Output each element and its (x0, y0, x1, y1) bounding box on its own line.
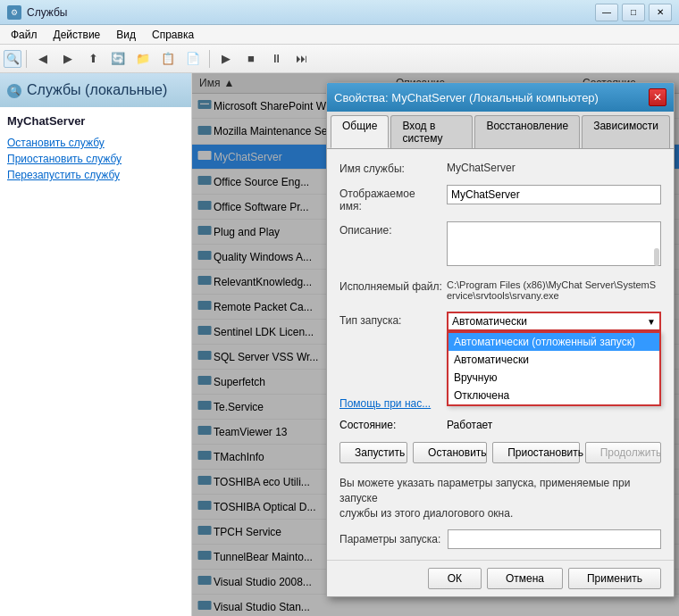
left-panel: 🔍 Службы (локальные) MyChatServer Остано… (0, 73, 192, 616)
stop-button[interactable]: ■ (239, 48, 263, 70)
play-button[interactable]: ▶ (214, 48, 238, 70)
service-actions: Остановить службу Приостановить службу П… (7, 137, 184, 181)
startup-type-select[interactable]: Автоматически ▼ (447, 312, 661, 331)
service-name-row: Имя службы: MyChatServer (340, 160, 661, 176)
restart-service-link[interactable]: Перезапустить службу (7, 169, 184, 181)
action-buttons: Запустить Остановить Приостановить Продо… (340, 442, 661, 463)
title-bar-controls: — □ ✕ (595, 4, 672, 21)
apply-button[interactable]: Применить (568, 568, 661, 589)
start-button[interactable]: Запустить (340, 442, 407, 463)
selected-service-name: MyChatServer (7, 114, 184, 128)
params-input[interactable] (448, 529, 661, 549)
continue-button[interactable]: Продолжить (585, 442, 661, 463)
tab-recovery[interactable]: Восстановление (474, 115, 580, 148)
cancel-button[interactable]: Отмена (487, 568, 563, 589)
exec-path-value: C:\Program Files (x86)\MyChat Server\Sys… (447, 278, 661, 303)
refresh-button[interactable]: 🔄 (106, 48, 130, 70)
tab-dependencies[interactable]: Зависимости (582, 115, 670, 148)
description-row: Описание: (340, 221, 661, 269)
dialog-title: Свойства: MyChatServer (Локальный компью… (334, 91, 599, 104)
params-row: Параметры запуска: (340, 529, 661, 549)
dropdown-option-auto-delayed[interactable]: Автоматически (отложенный запуск) (448, 333, 659, 351)
main-area: 🔍 Службы (локальные) MyChatServer Остано… (0, 73, 679, 616)
toolbar-separator-2 (209, 50, 210, 68)
display-name-label: Отображаемоеимя: (340, 185, 447, 212)
dropdown-option-disabled[interactable]: Отключена (448, 387, 659, 404)
tab-general[interactable]: Общие (331, 115, 389, 148)
skip-button[interactable]: ⏭ (289, 48, 313, 70)
pause-button[interactable]: ⏸ (264, 48, 288, 70)
menu-action[interactable]: Действие (46, 27, 108, 43)
dialog-footer: ОК Отмена Применить (327, 560, 674, 596)
display-name-row: Отображаемоеимя: (340, 185, 661, 212)
dialog-close-button[interactable]: ✕ (649, 88, 666, 106)
dialog-overlay: Свойства: MyChatServer (Локальный компью… (192, 73, 679, 616)
description-label: Описание: (340, 221, 447, 237)
params-label: Параметры запуска: (340, 533, 440, 545)
help-link[interactable]: Помощь при нас... (340, 397, 431, 410)
menu-file[interactable]: Файл (4, 27, 45, 43)
dialog-title-bar: Свойства: MyChatServer (Локальный компью… (327, 83, 674, 112)
menu-bar: Файл Действие Вид Справка (0, 25, 679, 45)
service-name-value: MyChatServer (447, 160, 661, 176)
forward-button[interactable]: ▶ (56, 48, 80, 70)
folder-button[interactable]: 📁 (131, 48, 155, 70)
app-icon: ⚙ (7, 5, 21, 20)
panel-search-icon: 🔍 (7, 84, 21, 98)
startup-type-dropdown: Автоматически (отложенный запуск) Автома… (447, 331, 661, 406)
scroll-indicator (654, 248, 659, 266)
dropdown-option-manual[interactable]: Вручную (448, 369, 659, 387)
panel-title-area: 🔍 Службы (локальные) (0, 73, 191, 107)
menu-help[interactable]: Справка (145, 27, 201, 43)
panel-title: Службы (локальные) (27, 82, 182, 98)
up-button[interactable]: ⬆ (81, 48, 105, 70)
status-row: Состояние: Работает (340, 419, 661, 431)
right-panel: Имя ▲ Описание Состояние Microsoft Share… (192, 73, 679, 616)
pause-button[interactable]: Приостановить (492, 442, 580, 463)
prop-button[interactable]: 📄 (181, 48, 205, 70)
toolbar: 🔍 ◀ ▶ ⬆ 🔄 📁 📋 📄 ▶ ■ ⏸ ⏭ (0, 45, 679, 73)
close-button[interactable]: ✕ (649, 4, 672, 21)
minimize-button[interactable]: — (595, 4, 618, 21)
ok-button[interactable]: ОК (428, 568, 482, 589)
tab-login[interactable]: Вход в систему (390, 115, 473, 148)
dialog-tabs: Общие Вход в систему Восстановление Зави… (327, 112, 674, 149)
properties-dialog: Свойства: MyChatServer (Локальный компью… (326, 82, 675, 597)
stop-button[interactable]: Остановить (413, 442, 487, 463)
maximize-button[interactable]: □ (622, 4, 645, 21)
startup-dropdown-container: Автоматически ▼ Автоматически (отложенны… (447, 312, 661, 331)
status-label: Состояние: (340, 419, 447, 431)
title-bar: ⚙ Службы — □ ✕ (0, 0, 679, 25)
view-button[interactable]: 📋 (156, 48, 180, 70)
back-button[interactable]: ◀ (31, 48, 54, 70)
service-name-label: Имя службы: (340, 160, 447, 175)
exec-path-label: Исполняемый файл: (340, 278, 447, 293)
dropdown-option-auto[interactable]: Автоматически (448, 351, 659, 369)
title-bar-left: ⚙ Службы (7, 5, 67, 20)
startup-type-row: Тип запуска: Автоматически ▼ Автоматичес… (340, 312, 661, 331)
startup-type-label: Тип запуска: (340, 312, 447, 327)
window-title: Службы (27, 6, 67, 19)
toolbar-separator-1 (26, 50, 27, 68)
startup-type-value: Автоматически (452, 315, 647, 328)
status-value: Работает (447, 419, 492, 431)
search-icon: 🔍 (4, 50, 21, 68)
display-name-input[interactable] (447, 185, 661, 204)
exec-path-row: Исполняемый файл: C:\Program Files (x86)… (340, 278, 661, 303)
dialog-body: Имя службы: MyChatServer Отображаемоеимя… (327, 149, 674, 560)
stop-service-link[interactable]: Остановить службу (7, 137, 184, 149)
dropdown-arrow-icon: ▼ (647, 317, 656, 327)
description-input[interactable] (447, 221, 661, 266)
menu-view[interactable]: Вид (109, 27, 143, 43)
description-hint-text: Вы можете указать параметры запуска, при… (340, 476, 661, 520)
pause-service-link[interactable]: Приостановить службу (7, 153, 184, 165)
